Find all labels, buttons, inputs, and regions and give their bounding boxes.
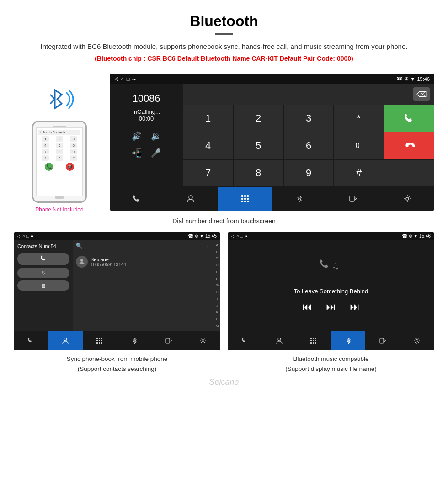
- alpha-f[interactable]: F: [214, 276, 220, 281]
- alpha-a[interactable]: A: [214, 243, 220, 248]
- dial-action-row-2: 📲 🎤: [132, 148, 161, 158]
- back-nav-icon[interactable]: ◁: [114, 76, 118, 82]
- mb-dialpad-icon[interactable]: [297, 331, 331, 350]
- alpha-k[interactable]: K: [214, 310, 220, 315]
- contacts-delete-btn[interactable]: 🗑: [17, 280, 69, 291]
- mb-bluetooth-icon[interactable]: [331, 331, 365, 350]
- music-status-right: ☎ ⊕ ▼ 15:46: [402, 233, 431, 238]
- mic-icon[interactable]: 🎤: [151, 148, 161, 158]
- dial-caption: Dial number direct from touchscreen: [0, 217, 448, 225]
- svg-rect-5: [247, 195, 249, 197]
- alpha-l[interactable]: L: [214, 317, 220, 322]
- mb-transfer-icon[interactable]: [365, 331, 400, 350]
- alpha-c[interactable]: C: [214, 256, 220, 261]
- mb-contacts-icon[interactable]: [262, 331, 296, 350]
- bottom-captions: Sync phone-book from mobile phone(Suppor…: [0, 354, 448, 374]
- bottom-dialpad-icon[interactable]: [218, 187, 272, 211]
- bottom-bluetooth-icon[interactable]: [272, 187, 326, 211]
- music-prev-btn[interactable]: ⏮: [302, 301, 312, 313]
- svg-rect-21: [101, 340, 102, 341]
- contacts-sync-btn[interactable]: ↻: [17, 268, 69, 278]
- search-cursor[interactable]: |: [85, 243, 86, 248]
- call-end-btn[interactable]: [384, 132, 434, 159]
- key-hash[interactable]: #: [334, 159, 384, 187]
- svg-rect-24: [101, 342, 102, 344]
- alpha-g[interactable]: G: [214, 283, 220, 288]
- bottom-settings-icon[interactable]: [380, 187, 434, 211]
- phone-key-1: 1: [42, 136, 49, 142]
- svg-rect-25: [166, 338, 170, 343]
- key-7[interactable]: 7: [183, 159, 233, 187]
- phone-mockup: + Add to Contacts 1 2 3 4 5 6 7 8 9 *: [32, 121, 87, 203]
- alpha-j[interactable]: J: [214, 303, 220, 308]
- contacts-bottom-bar: [14, 331, 220, 350]
- key-0plus[interactable]: 0+: [334, 132, 384, 159]
- phone-keypad-row-1: 1 2 3: [38, 136, 80, 142]
- key-8[interactable]: 8: [233, 159, 283, 187]
- time-display: 15:46: [417, 76, 430, 82]
- svg-rect-8: [247, 198, 249, 200]
- dial-backspace-btn[interactable]: ⌫: [413, 87, 430, 101]
- bottom-contacts-icon[interactable]: [164, 187, 218, 211]
- svg-point-28: [278, 338, 281, 341]
- music-play-pause-btn[interactable]: ⏭: [326, 301, 336, 313]
- key-3[interactable]: 3: [283, 105, 334, 132]
- phone-status-icon: ☎: [396, 76, 403, 82]
- volume-up-icon[interactable]: 🔊: [132, 131, 142, 141]
- android-dial-screen: ◁ ○ □ ▪▪ ☎ ⊕ ▼ 15:46 10086 InCalling... …: [110, 74, 434, 211]
- alpha-h[interactable]: H: [214, 290, 220, 295]
- svg-point-14: [80, 259, 83, 262]
- alpha-d[interactable]: D: [214, 263, 220, 268]
- phone-bottom-buttons: 📞 📵: [38, 163, 80, 171]
- contacts-call-btn[interactable]: [17, 253, 69, 265]
- key-9[interactable]: 9: [283, 159, 334, 187]
- bottom-phone-icon[interactable]: [110, 187, 164, 211]
- alpha-i[interactable]: I: [214, 296, 220, 301]
- mb-phone-icon[interactable]: [228, 331, 262, 350]
- bottom-transfer-icon[interactable]: [326, 187, 380, 211]
- watermark-area: Seicane: [0, 374, 448, 389]
- status-bar-left: ◁ ○ □ ▪▪: [114, 76, 136, 82]
- location-icon: ⊕: [405, 76, 409, 82]
- svg-rect-38: [380, 338, 384, 343]
- key-5[interactable]: 5: [233, 132, 283, 159]
- svg-rect-19: [96, 340, 98, 341]
- call-accept-btn[interactable]: [384, 105, 434, 132]
- home-nav-icon[interactable]: ○: [121, 76, 124, 82]
- key-6[interactable]: 6: [283, 132, 334, 159]
- key-4[interactable]: 4: [183, 132, 233, 159]
- cb-transfer-icon[interactable]: [151, 331, 186, 350]
- bottom-section: ◁ ○ □ ▪▪ ☎ ⊕ ▼ 15:45 Contacts Num:54 ↻ 🗑…: [0, 232, 448, 350]
- svg-rect-30: [313, 338, 314, 339]
- cb-contacts-icon[interactable]: [48, 331, 82, 350]
- contact-number: 10655059113144: [91, 262, 126, 267]
- svg-rect-37: [315, 342, 316, 344]
- music-icon-area: ♫: [317, 258, 345, 283]
- wifi-icon: ▼: [411, 76, 416, 82]
- recents-nav-icon[interactable]: □: [127, 76, 130, 82]
- cb-settings-icon[interactable]: [186, 331, 220, 350]
- cb-phone-icon[interactable]: [14, 331, 48, 350]
- cb-dialpad-icon[interactable]: [83, 331, 117, 350]
- cb-bluetooth-icon[interactable]: [117, 331, 151, 350]
- key-star[interactable]: *: [334, 105, 384, 132]
- mb-settings-icon[interactable]: [400, 331, 434, 350]
- music-next-btn[interactable]: ⏭: [350, 301, 360, 313]
- watermark-text: Seicane: [209, 377, 239, 386]
- key-empty: [384, 159, 434, 187]
- contacts-layout: Contacts Num:54 ↻ 🗑 🔍 | ←: [14, 240, 220, 331]
- key-2[interactable]: 2: [233, 105, 283, 132]
- transfer-icon[interactable]: 📲: [132, 148, 142, 158]
- alpha-b[interactable]: B: [214, 249, 220, 254]
- key-1[interactable]: 1: [183, 105, 233, 132]
- svg-rect-3: [241, 195, 243, 197]
- alpha-m[interactable]: M: [214, 323, 220, 328]
- status-bar-right: ☎ ⊕ ▼ 15:46: [396, 76, 430, 82]
- phone-side: + Add to Contacts 1 2 3 4 5 6 7 8 9 *: [14, 74, 105, 213]
- phone-key-8: 8: [56, 149, 63, 154]
- alpha-e[interactable]: E: [214, 270, 220, 275]
- search-back-icon[interactable]: ←: [206, 243, 211, 248]
- svg-rect-6: [241, 198, 243, 200]
- phone-contact-bar: + Add to Contacts: [38, 130, 80, 135]
- volume-down-icon[interactable]: 🔉: [151, 131, 161, 141]
